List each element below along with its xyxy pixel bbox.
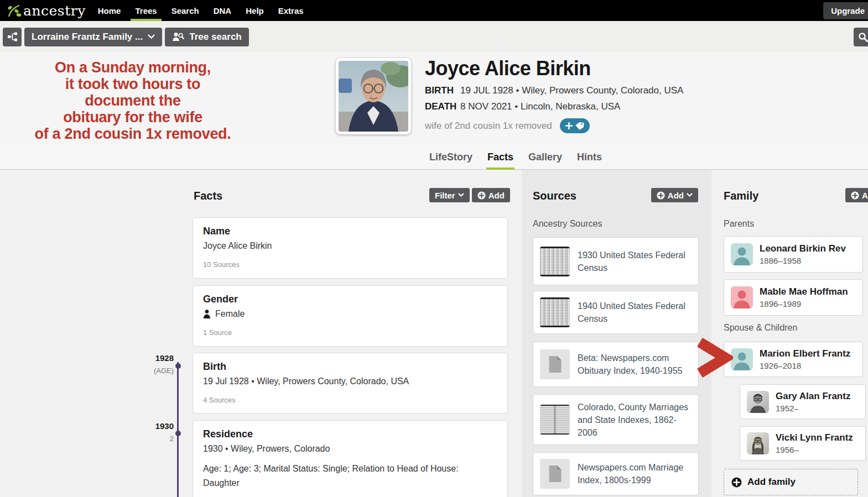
family-member-years: 1956– — [776, 445, 853, 454]
fact-sources-count: 1 Source — [203, 328, 497, 337]
timeline-age-label: (AGE) — [138, 367, 174, 375]
plus-circle-icon — [731, 477, 742, 488]
male-avatar-icon — [731, 243, 753, 265]
source-title: Newspapers.com Marriage Index, 1800s-199… — [578, 461, 692, 486]
pedigree-view-button[interactable] — [3, 28, 22, 46]
nav-search[interactable]: Search — [170, 0, 200, 21]
tree-search-label: Tree search — [189, 32, 242, 43]
family-member-name: Vicki Lynn Frantz — [776, 432, 853, 443]
fact-card-gender[interactable]: Gender Female 1 Source — [193, 285, 508, 347]
tab-lifestory[interactable]: LifeStory — [429, 145, 472, 169]
annotation-line: On a Sunday morning, — [17, 59, 249, 76]
fact-detail: Age: 1; Age: 3; Marital Status: Single; … — [203, 462, 480, 490]
fact-card-residence[interactable]: Residence 1930 • Wiley, Prowers, Colorad… — [193, 420, 508, 497]
fact-sources-count: 10 Sources — [203, 260, 497, 269]
birth-row: BIRTH 19 JUL 1928 • Wiley, Prowers Count… — [425, 85, 683, 96]
ancestry-logo[interactable]: ancestry — [6, 2, 86, 19]
source-card[interactable]: Colorado, County Marriages and State Ind… — [533, 394, 699, 445]
nav-home[interactable]: Home — [97, 0, 122, 21]
main-menu: Home Trees Search DNA Help Extras — [97, 0, 305, 21]
tab-facts[interactable]: Facts — [487, 145, 513, 169]
profile-tabs: LifeStory Facts Gallery Hints — [0, 145, 868, 170]
birth-value: 19 JUL 1928 • Wiley, Prowers County, Col… — [460, 85, 683, 96]
record-thumbnail — [540, 405, 570, 435]
family-member-years: 1886–1958 — [760, 256, 846, 265]
gender-value: Female — [215, 309, 245, 319]
add-tag-button[interactable] — [560, 118, 590, 133]
source-card[interactable]: Newspapers.com Marriage Index, 1800s-199… — [533, 452, 699, 495]
birth-label: BIRTH — [425, 85, 460, 96]
source-card[interactable]: 1940 United States Federal Census — [533, 291, 699, 334]
family-column: Family Add Parents Leonard Birkin Rev — [711, 170, 868, 497]
fact-card-birth[interactable]: Birth 19 Jul 1928 • Wiley, Prowers Count… — [193, 353, 508, 414]
annotation-line: document the — [17, 92, 249, 109]
brand-name: ancestry — [23, 3, 86, 19]
timeline-year: 1930 — [138, 421, 174, 431]
add-label: Add — [862, 191, 868, 200]
tree-search-button[interactable]: Tree search — [165, 28, 249, 46]
document-icon — [540, 459, 570, 489]
nav-help[interactable]: Help — [245, 0, 265, 21]
tab-hints[interactable]: Hints — [577, 145, 602, 169]
chevron-down-icon — [458, 193, 464, 197]
profile-info: Joyce Alice Birkin BIRTH 19 JUL 1928 • W… — [425, 57, 683, 133]
family-member-name: Marion Elbert Frantz — [760, 348, 850, 359]
family-card-mother[interactable]: Mable Mae Hoffman 1896–1989 — [724, 279, 863, 316]
add-source-button[interactable]: Add — [651, 188, 698, 202]
family-card-child[interactable]: Gary Alan Frantz 1952– — [740, 384, 866, 419]
spouse-children-label: Spouse & Children — [724, 323, 797, 333]
sources-heading: Sources — [533, 190, 576, 202]
family-member-years: 1952– — [776, 404, 850, 413]
fact-value: Female — [203, 309, 497, 319]
source-title: Colorado, County Marriages and State Ind… — [578, 401, 692, 439]
nav-trees[interactable]: Trees — [134, 0, 158, 21]
document-icon — [540, 349, 570, 379]
timeline-dot — [175, 431, 181, 436]
sources-column: Sources Add Ancestry Sources 1930 United… — [522, 170, 711, 497]
upgrade-button[interactable]: Upgrade — [823, 2, 868, 19]
source-card[interactable]: 1930 United States Federal Census — [533, 237, 699, 285]
family-card-father[interactable]: Leonard Birkin Rev 1886–1958 — [724, 236, 863, 273]
filter-label: Filter — [435, 191, 455, 200]
leaf-icon — [6, 2, 22, 19]
profile-photo-image — [339, 61, 408, 132]
source-title: 1930 United States Federal Census — [578, 249, 692, 274]
add-fact-button[interactable]: Add — [472, 188, 510, 202]
source-card[interactable]: Beta: Newspapers.com Obituary Index, 194… — [533, 342, 699, 387]
pedigree-icon — [7, 32, 18, 42]
tree-selector[interactable]: Lorraine Frantz Family ... — [24, 28, 162, 46]
fact-card-name[interactable]: Name Joyce Alice Birkin 10 Sources — [193, 217, 508, 279]
filter-button[interactable]: Filter — [429, 188, 470, 202]
family-card-text: Vicki Lynn Frantz 1956– — [776, 432, 853, 454]
profile-photo[interactable] — [336, 58, 411, 134]
plus-circle-icon — [851, 191, 859, 200]
person-icon — [203, 310, 211, 318]
relationship-row: wife of 2nd cousin 1x removed — [425, 118, 683, 133]
family-member-name: Leonard Birkin Rev — [760, 243, 846, 254]
add-family-button[interactable]: Add family — [724, 469, 858, 495]
nav-extras[interactable]: Extras — [277, 0, 305, 21]
fact-title: Name — [203, 226, 497, 237]
child-photo — [747, 391, 769, 413]
search-icon — [858, 32, 868, 42]
tab-gallery[interactable]: Gallery — [528, 145, 562, 169]
add-family-member-button[interactable]: Add — [845, 188, 868, 202]
family-card-spouse[interactable]: Marion Elbert Frantz 1926–2018 — [724, 342, 863, 377]
annotation-line: it took two hours to — [17, 76, 249, 92]
tab-list: LifeStory Facts Gallery Hints — [429, 145, 602, 169]
relationship-text: wife of 2nd cousin 1x removed — [425, 121, 552, 132]
fact-title: Residence — [203, 428, 497, 440]
file-icon — [548, 356, 562, 373]
chevron-down-icon — [148, 34, 155, 39]
nav-dna[interactable]: DNA — [212, 0, 233, 21]
timeline-dot — [175, 363, 181, 369]
family-member-name: Mable Mae Hoffman — [760, 286, 848, 297]
tree-toolbar: Lorraine Frantz Family ... Tree search — [0, 21, 868, 53]
fact-value: Joyce Alice Birkin — [203, 241, 497, 251]
family-card-text: Leonard Birkin Rev 1886–1958 — [760, 243, 846, 265]
search-button[interactable] — [854, 28, 868, 46]
family-card-child[interactable]: Vicki Lynn Frantz 1956– — [740, 426, 866, 461]
fact-value: 19 Jul 1928 • Wiley, Prowers County, Col… — [203, 376, 497, 386]
facts-toolbar: Filter Add — [429, 188, 510, 202]
timeline-age: 2 — [138, 435, 174, 443]
